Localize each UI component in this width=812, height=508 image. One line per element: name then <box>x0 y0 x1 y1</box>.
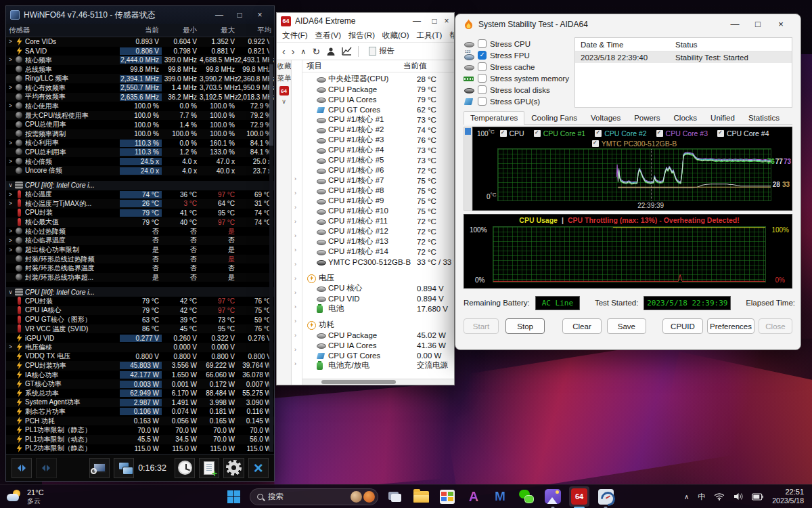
hwinfo-sensor-row[interactable]: SA VID0.806 V0.798 V0.881 V0.821 V <box>6 47 274 56</box>
hwinfo-sensor-row[interactable]: IA核心功率42.177 W1.650 W66.060 W36.078 W <box>6 371 274 380</box>
stress-option-disk[interactable]: Stress local disks <box>464 85 570 95</box>
aida64-sensor-row[interactable]: YMTC PC300-512GB-B33 °C / 33 °C <box>302 257 454 267</box>
scrollbar-thumb[interactable] <box>321 380 396 384</box>
menu-item-0[interactable]: 文件(F) <box>282 30 308 41</box>
maximize-icon[interactable]: □ <box>426 13 443 29</box>
checkbox[interactable] <box>478 97 487 106</box>
log-col-datetime[interactable]: Date & Time <box>575 41 675 49</box>
menu-item-3[interactable]: 收藏(O) <box>382 30 409 41</box>
mail-app-button[interactable]: M <box>490 486 510 507</box>
collapse-icon[interactable]: ∨ <box>6 181 15 190</box>
hwinfo-sensor-row[interactable]: 最大CPU/线程使用率100.0 %7.7 %100.0 %79.2 % <box>6 111 274 121</box>
legend-item[interactable]: CPU Core #2 <box>595 129 646 137</box>
hwinfo-sensor-row[interactable]: CPU GT核心（图形）63 °C39 °C73 °C59 °C <box>6 315 274 324</box>
hwinfo-group-header[interactable]: ∨CPU [#0]: Intel Core i... <box>6 287 274 297</box>
scrollbar-thumb[interactable] <box>269 64 273 146</box>
tab-temperatures[interactable]: Temperatures <box>464 111 524 125</box>
hwinfo-sensor-row[interactable]: >核心倍频24.5 x4.0 x47.0 x25.0 x <box>6 157 274 167</box>
tree-expander-icon[interactable]: › <box>294 275 296 282</box>
aida64-sensor-row[interactable]: CPU #1/核心 #1472 °C <box>302 247 454 257</box>
hwinfo-sensor-row[interactable]: 总线频率99.8 MHz99.8 MHz99.8 MHz99.8 MHz <box>6 65 274 75</box>
checkbox-checked-icon[interactable] <box>592 140 599 147</box>
aida64-sensor-row[interactable]: CPU #1/核心 #274 °C <box>302 125 454 135</box>
hwinfo-sensor-row[interactable]: CPU总利用率110.3 %1.2 %133.0 %84.1 % <box>6 148 274 157</box>
aida64-sensor-row[interactable]: CPU Package79 °C <box>302 84 454 94</box>
settings-button[interactable] <box>223 458 244 478</box>
maximize-icon[interactable]: □ <box>229 7 250 23</box>
tree-expander-icon[interactable]: › <box>294 332 296 339</box>
cpuid-button[interactable]: CPUID <box>662 318 703 334</box>
checkbox-checked-icon[interactable] <box>534 130 541 137</box>
aida64-tree-expanders[interactable]: ›››››››››››››› <box>292 60 302 385</box>
checkbox-checked-icon[interactable] <box>595 130 602 137</box>
legend-item[interactable]: CPU Core #1 <box>534 129 585 137</box>
search-box[interactable]: 搜索 <box>250 488 378 505</box>
aida64-sensor-row[interactable]: CPU #1/核心 #975 °C <box>302 196 454 206</box>
hwinfo-sensor-row[interactable]: >核心使用率100.0 %0.0 %100.0 %72.9 % <box>6 102 274 111</box>
expander-icon[interactable]: > <box>6 56 15 64</box>
wifi-icon[interactable] <box>714 492 725 501</box>
report-button[interactable]: 报告 <box>365 45 399 58</box>
clear-button[interactable]: Clear <box>562 318 601 334</box>
minimize-icon[interactable]: — <box>408 13 426 29</box>
hwinfo-sensor-row[interactable]: VR VCC 温度 (SVID)86 °C45 °C95 °C76 °C <box>6 324 274 334</box>
checkbox[interactable] <box>478 39 487 48</box>
back-icon[interactable]: ‹ <box>282 47 286 56</box>
hwinfo-sensor-row[interactable]: CPU IA核心79 °C42 °C97 °C75 °C <box>6 306 274 316</box>
col-value[interactable]: 当前值 <box>403 61 427 71</box>
checkbox[interactable] <box>478 85 487 94</box>
aida64-sensor-row[interactable]: 中央处理器(CPU)28 °C <box>302 74 454 84</box>
clock-button[interactable] <box>175 458 195 478</box>
hwinfo-sensor-row[interactable]: 核心最大值79 °C40 °C97 °C74 °C <box>6 217 274 227</box>
tree-expander-icon[interactable]: › <box>294 190 296 196</box>
col-min[interactable]: 最小 <box>162 26 200 35</box>
tab-clocks[interactable]: Clocks <box>667 111 704 124</box>
refresh-icon[interactable]: ↻ <box>312 47 320 56</box>
hwinfo-sensor-row[interactable]: >核心频率2,444.0 MHz399.0 MHz4,688.5 MHz2,49… <box>6 56 274 65</box>
expander-icon[interactable]: > <box>6 139 15 148</box>
aida64-sensor-row[interactable]: CPU #1/核心 #775 °C <box>302 175 454 186</box>
menu-item-2[interactable]: 报告(R) <box>348 30 375 41</box>
hwinfo-titlebar[interactable]: HWiNFO64 v7.46-5110 - 传感器状态 — □ × <box>6 6 274 24</box>
system-summary-button[interactable] <box>89 458 110 478</box>
minimize-icon[interactable]: — <box>723 16 746 33</box>
aida64-sensor-row[interactable]: CPU GT Cores62 °C <box>302 104 454 114</box>
hwinfo-sensor-row[interactable]: >超出核心功率限制是否是 <box>6 245 274 255</box>
log-col-status[interactable]: Status <box>675 41 698 49</box>
tree-expander-icon[interactable]: › <box>294 360 296 367</box>
aida64-sensor-row[interactable]: 电池充/放电交流电源 <box>302 360 454 371</box>
user-icon[interactable] <box>326 47 336 56</box>
hwinfo-sensor-row[interactable]: PL2功率限制（静态）115.0 W115.0 W115.0 W115.0 W <box>6 444 274 454</box>
tree-expander-icon[interactable]: › <box>294 303 296 310</box>
aida64-sensor-row[interactable]: CPU GT Cores0.00 W <box>302 350 454 360</box>
hwinfo-group-header[interactable]: ∨CPU [#0]: Intel Core i... <box>6 181 274 190</box>
taskbar-clock[interactable]: 22:51 2023/5/18 <box>772 488 804 505</box>
chevron-down-icon[interactable]: ∨ <box>281 98 286 105</box>
file-explorer-button[interactable] <box>411 486 431 507</box>
battery-icon[interactable] <box>752 493 763 501</box>
hwinfo-sensor-row[interactable]: CPU封装79 °C42 °C97 °C76 °C <box>6 297 274 306</box>
expander-icon[interactable]: > <box>6 190 15 199</box>
legend-item[interactable]: CPU Core #3 <box>656 129 708 137</box>
sst-titlebar[interactable]: System Stability Test - AIDA64 — □ × <box>455 14 800 35</box>
app-a-button[interactable]: A <box>464 486 484 507</box>
task-view-button[interactable] <box>384 486 405 507</box>
expander-icon[interactable]: > <box>6 102 15 110</box>
stress-option-gpu[interactable]: Stress GPU(s) <box>464 96 570 106</box>
quit-button[interactable]: × <box>248 458 269 478</box>
pixpin-button[interactable] <box>543 486 563 507</box>
chart-icon[interactable] <box>342 47 352 56</box>
col-sensor[interactable]: 传感器 <box>6 26 120 35</box>
aida64-sensor-row[interactable]: CPU #1/核心 #1272 °C <box>302 226 454 236</box>
expander-icon[interactable]: > <box>6 343 15 352</box>
hwinfo-sensor-row[interactable]: 平均有效频率2,635.6 MHz36.2 MHz3,192.5 MHz2,01… <box>6 93 274 102</box>
stress-option-fpu[interactable]: Stress FPU <box>464 50 570 60</box>
forward-icon[interactable]: › <box>292 47 295 56</box>
hwinfo-sensor-row[interactable]: CPU封装79 °C41 °C95 °C74 °C <box>6 209 274 218</box>
aida64-sensor-row[interactable]: CPU Package45.02 W <box>302 330 454 340</box>
tree-expander-icon[interactable]: › <box>294 218 296 225</box>
expander-icon[interactable]: > <box>6 83 15 92</box>
aida64-taskbar-button[interactable]: 64 <box>569 486 589 507</box>
checkbox[interactable] <box>478 62 487 71</box>
chart-vscrollbar[interactable] <box>464 127 472 211</box>
